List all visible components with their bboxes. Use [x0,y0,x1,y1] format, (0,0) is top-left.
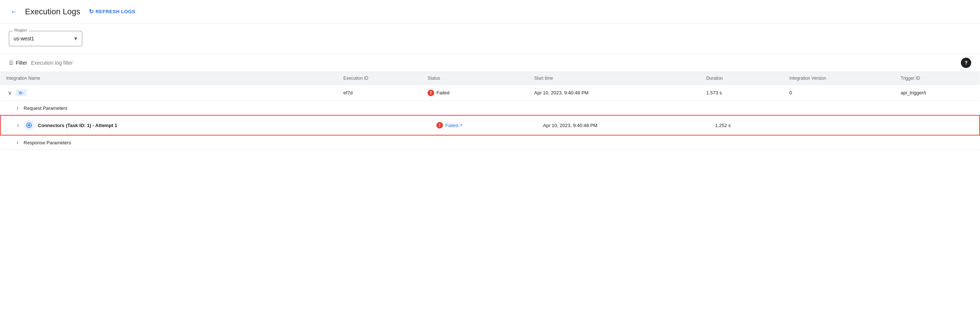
col-header-execution-id: Execution ID [337,72,422,85]
connector-icon [24,120,34,130]
table-row: ∨ tk- ef7d ! Failed Apr 10, 2023, 9:40:4… [0,85,980,101]
col-header-trigger-id: Trigger ID [895,72,980,85]
version-cell: 0 [783,85,895,101]
help-icon: ? [964,60,968,66]
refresh-icon: ↻ [89,8,94,15]
request-parameters-row: › Request Parameters [0,101,980,116]
table-header: Integration Name Execution ID Status Sta… [0,72,980,85]
region-section: Region us-west1 us-east1 europe-west1 as… [0,24,980,54]
duration-cell: 1.573 s [700,85,783,101]
connector-name-cell: › Connectors (Task ID: 1) - At [0,115,337,135]
region-select-wrapper: Region us-west1 us-east1 europe-west1 as… [9,31,82,46]
response-expand-button[interactable]: › [15,138,20,146]
integration-name-cell: ∨ tk- [0,85,337,101]
connector-expand-button[interactable]: › [16,121,20,129]
status-cell: ! Failed [422,85,528,101]
filter-icon-group: ☰ Filter [9,60,27,66]
col-header-duration: Duration [700,72,783,85]
request-parameters-label: Request Parameters [24,105,67,111]
trigger-id-cell: api_trigger/t [895,85,980,101]
connector-duration-cell: 1.252 s [700,115,783,135]
filter-label: Filter [16,60,27,66]
connector-trigger-id-cell [895,115,980,135]
execution-logs-table-wrap: Integration Name Execution ID Status Sta… [0,72,980,150]
connector-start-time-cell: Apr 10, 2023, 9:40:48 PM [528,115,700,135]
refresh-label: REFRESH LOGS [95,9,135,14]
request-expand-button[interactable]: › [15,104,20,112]
back-button[interactable]: ← [9,6,19,17]
execution-logs-table: Integration Name Execution ID Status Sta… [0,72,980,150]
col-header-start-time: Start time [528,72,700,85]
response-parameters-label: Response Parameters [24,140,71,145]
table-body: ∨ tk- ef7d ! Failed Apr 10, 2023, 9:40:4… [0,85,980,150]
connector-failed-link[interactable]: Failed ↗ [445,123,462,128]
external-link-icon: ↗ [459,123,463,128]
page-header: ← Execution Logs ↻ REFRESH LOGS [0,0,980,24]
failed-icon: ! [428,90,434,96]
connector-failed-icon: ! [436,122,443,129]
col-header-integration-name: Integration Name [0,72,337,85]
start-time-cell: Apr 10, 2023, 9:40:48 PM [528,85,700,101]
connector-status-cell: ! Failed ↗ [422,115,528,135]
connector-execution-id-cell [337,115,422,135]
row-expand-button[interactable]: ∨ [6,89,14,97]
col-header-status: Status [422,72,528,85]
refresh-logs-button[interactable]: ↻ REFRESH LOGS [89,8,135,15]
response-parameters-cell: › Response Parameters [0,135,980,150]
filter-bar: ☰ Filter ? [0,54,980,72]
integration-name-link[interactable]: tk- [19,90,24,95]
connector-task-row: › Connectors (Task ID: 1) - At [0,115,980,135]
connector-label: Connectors (Task ID: 1) - Attempt 1 [38,123,117,128]
connector-version-cell [783,115,895,135]
col-header-integration-version: Integration Version [783,72,895,85]
status-text: Failed [436,90,449,95]
execution-id-cell: ef7d [337,85,422,101]
connector-status-text: Failed [445,123,458,128]
response-parameters-row: › Response Parameters [0,135,980,150]
page-title: Execution Logs [25,7,80,16]
filter-icon: ☰ [9,60,14,66]
region-label: Region [13,28,29,32]
svg-point-1 [28,124,30,126]
region-select[interactable]: us-west1 us-east1 europe-west1 asia-east… [9,31,82,46]
request-parameters-cell: › Request Parameters [0,101,980,116]
filter-input[interactable] [31,60,957,66]
help-button[interactable]: ? [961,58,971,68]
back-icon: ← [10,7,18,16]
